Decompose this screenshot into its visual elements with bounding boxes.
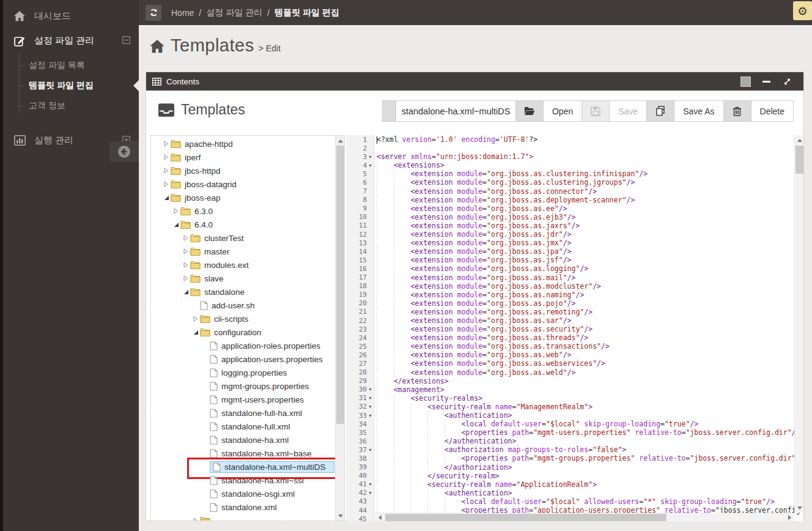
code-line[interactable]: 33▾<authentication> [346,411,803,420]
code-line[interactable]: 10<extension module="org.jboss.as.ejb3"/… [346,213,803,221]
expand-arrow-icon[interactable] [162,154,171,160]
sidebar-item-template-edit[interactable]: 템플릿 파일 편집 [0,75,139,95]
collapse-arrow-icon[interactable] [191,330,200,335]
collapse-section-icon[interactable] [122,35,130,46]
code-text[interactable]: <local default-user="$local" skip-group-… [374,420,803,428]
tree-item-6.3.0[interactable]: 6.3.0 [151,204,335,218]
code-text[interactable]: <?xml version='1.0' encoding='UTF-8'?> [374,135,803,144]
code-line[interactable]: 30▾<management> [346,385,803,394]
code-text[interactable]: <extension module="org.jboss.as.jmx"/> [374,239,803,247]
code-text[interactable]: <authentication> [374,411,803,420]
scroll-up-arrow[interactable] [336,136,345,146]
tree-item-iperf[interactable]: iperf [151,150,335,164]
sidebar-collapse-button[interactable] [109,141,139,162]
code-text[interactable]: </authentication> [374,437,803,445]
code-line[interactable]: 9<extension module="org.jboss.as.ee"/> [346,204,803,213]
open-file-button[interactable] [516,101,544,121]
tree-item-modules.ext[interactable]: modules.ext [151,258,335,272]
code-line[interactable]: 31▾<security-realms> [346,394,803,403]
code-text[interactable]: <extension module="org.jboss.as.sar"/> [374,316,803,325]
sidebar-item-config-mgmt[interactable]: 설정 파일 관리 [0,28,139,53]
panel-square-button[interactable] [735,72,756,91]
code-text[interactable]: <extension module="org.jboss.as.mail"/> [374,273,803,282]
tree-item-apache-httpd[interactable]: apache-httpd [151,137,335,150]
tree-item-standalone.xml[interactable]: standalone.xml [151,500,335,514]
code-line[interactable]: 25<extension module="org.jboss.as.transa… [346,342,803,351]
code-line[interactable]: 17<extension module="org.jboss.as.mail"/… [346,273,803,282]
expand-arrow-icon[interactable] [182,248,190,254]
scroll-up-arrow[interactable] [795,135,803,145]
tree-item-slave[interactable]: slave [151,272,335,285]
code-line[interactable]: 36</authentication> [346,437,803,445]
code-text[interactable]: <extension module="org.jboss.as.pojo"/> [374,299,803,308]
code-text[interactable] [374,144,803,152]
code-text[interactable]: <extension module="org.jboss.as.jdr"/> [374,230,803,239]
fold-arrow-icon[interactable]: ▾ [367,404,374,409]
code-line[interactable]: 4▾<extensions> [346,161,803,169]
collapse-arrow-icon[interactable] [182,289,190,295]
fold-arrow-icon[interactable]: ▾ [367,490,374,496]
code-text[interactable]: </authorization> [374,463,803,472]
code-line[interactable]: 40</security-realm> [346,472,803,480]
code-line[interactable]: 26<extension module="org.jboss.as.web"/> [346,351,803,359]
tree-item-cli-scripts[interactable]: cli-scripts [151,312,335,325]
code-line[interactable]: 42▾<authentication> [346,489,803,497]
editor-vertical-scrollbar[interactable] [794,135,803,513]
tree-item-standalone-ha.xml[interactable]: standalone-ha.xml [151,433,335,447]
code-text[interactable]: <extension module="org.jboss.as.deployme… [374,196,803,204]
code-line[interactable]: 6<extension module="org.jboss.as.cluster… [346,178,803,187]
code-text[interactable]: <security-realm name="ApplicationRealm"> [374,480,803,489]
expand-arrow-icon[interactable] [162,141,171,147]
save-file-button[interactable] [582,101,610,121]
code-line[interactable]: 3▾<server xmlns="urn:jboss:domain:1.7"> [346,152,803,161]
code-text[interactable]: <authentication> [374,489,803,497]
tree-item-standalone-ha.xml~ssl[interactable]: standalone-ha.xml~ssl [151,473,335,487]
tree-item-6.4.0[interactable]: 6.4.0 [151,218,335,231]
panel-expand-button[interactable] [777,72,797,91]
scroll-down-arrow[interactable] [336,511,345,521]
tree-item-jbcs-httpd[interactable]: jbcs-httpd [151,164,335,177]
delete-button[interactable]: Delete [751,101,793,121]
sidebar-item-file-list[interactable]: 설정 파일 목록 [0,55,139,75]
code-text[interactable]: <management> [374,385,803,394]
code-line[interactable]: 34<local default-user="$local" skip-grou… [346,420,803,428]
tree-item-standalone-osgi.xml[interactable]: standalone-osgi.xml [151,487,335,500]
code-line[interactable]: 12<extension module="org.jboss.as.jdr"/> [346,230,803,239]
scroll-right-arrow[interactable] [784,513,794,521]
refresh-button[interactable] [146,5,161,21]
code-line[interactable]: 18<extension module="org.jboss.as.modclu… [346,282,803,291]
save-button[interactable]: Save [610,101,647,121]
tree-item-standalone-full.xml[interactable]: standalone-full.xml [151,420,335,433]
code-line[interactable]: 14<extension module="org.jboss.as.jpa"/> [346,247,803,256]
code-line[interactable]: 37▾<authorization map-groups-to-roles="f… [346,445,803,454]
fold-arrow-icon[interactable]: ▾ [367,447,374,453]
code-line[interactable]: 19<extension module="org.jboss.as.naming… [346,291,803,299]
code-text[interactable]: <extension module="org.jboss.as.transact… [374,342,803,351]
code-line[interactable]: 27<extension module="org.jboss.as.webser… [346,359,803,368]
code-line[interactable]: 16<extension module="org.jboss.as.loggin… [346,264,803,273]
code-line[interactable]: 28<extension module="org.jboss.as.weld"/… [346,368,803,377]
code-text[interactable]: <properties path="mgmt-groups.properties… [374,454,803,462]
tree-scrollbar[interactable] [335,136,344,521]
tree-item[interactable] [151,514,335,521]
fold-arrow-icon[interactable]: ▾ [367,413,374,418]
tree-item-application-roles.properties[interactable]: application-roles.properties [151,339,335,352]
tree-item-mgmt-groups.properties[interactable]: mgmt-groups.properties [151,379,335,393]
code-line[interactable]: 5<extension module="org.jboss.as.cluster… [346,169,803,178]
editor-horizontal-scrollbar[interactable] [375,513,794,521]
tree-item-application-users.properties[interactable]: application-users.properties [151,352,335,366]
code-text[interactable]: <extension module="org.jboss.as.jpa"/> [374,247,803,256]
expand-arrow-icon[interactable] [182,262,190,268]
save-as-button[interactable]: Save As [674,101,723,121]
code-line[interactable]: 21<extension module="org.jboss.as.remoti… [346,308,803,316]
code-line[interactable]: 43<local default-user="$local" allowed-u… [346,497,803,506]
fold-arrow-icon[interactable]: ▾ [367,163,374,168]
settings-button[interactable]: ⚙ [793,1,812,20]
code-text[interactable]: <extension module="org.jboss.as.security… [374,325,803,333]
code-line[interactable]: 7<extension module="org.jboss.as.connect… [346,187,803,196]
code-text[interactable]: <extension module="org.jboss.as.naming"/… [374,291,803,299]
expand-arrow-icon[interactable] [182,275,190,281]
tree-item-standalone-full-ha.xml[interactable]: standalone-full-ha.xml [151,406,335,420]
code-text[interactable]: <properties path="mgmt-users.properties"… [374,428,803,437]
fold-arrow-icon[interactable]: ▾ [367,387,374,392]
